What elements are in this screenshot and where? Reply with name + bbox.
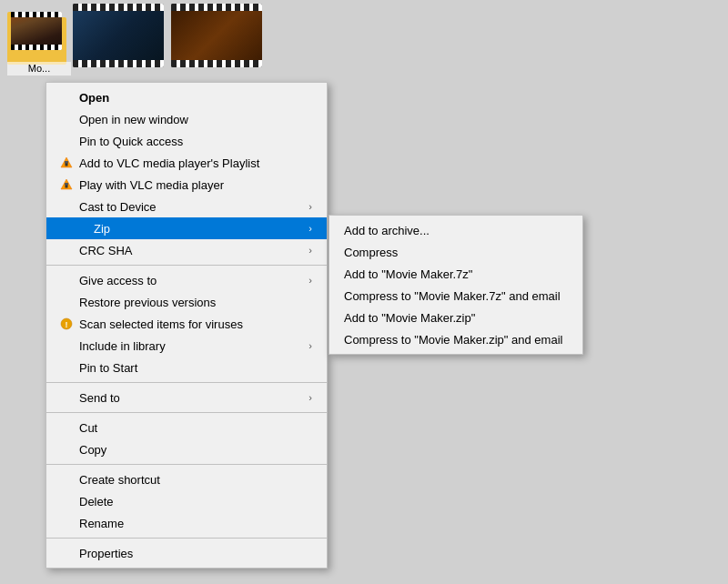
svg-rect-5	[65, 183, 68, 186]
menu-item-add-vlc-playlist-label: Add to VLC media player's Playlist	[76, 156, 312, 170]
submenu-item-compress-zip-email-label: Compress to "Movie Maker.zip" and email	[340, 333, 568, 347]
film-thumbnail-1	[73, 4, 164, 67]
menu-item-properties[interactable]: Properties	[46, 542, 327, 564]
crc-sha-arrow: ›	[308, 245, 312, 256]
menu-item-play-vlc-label: Play with VLC media player	[76, 178, 312, 192]
separator-4	[46, 464, 327, 465]
scan-icon: !	[57, 317, 76, 331]
vlc-icon-1	[57, 156, 76, 170]
folder-label: Mo...	[7, 62, 71, 76]
menu-item-send-to[interactable]: Send to ›	[46, 387, 327, 408]
menu-item-play-vlc[interactable]: Play with VLC media player	[46, 174, 327, 196]
menu-item-create-shortcut[interactable]: Create shortcut	[46, 468, 327, 490]
submenu-item-compress-7z-email[interactable]: Compress to "Movie Maker.7z" and email	[329, 285, 582, 307]
film-thumb-content-1	[73, 11, 164, 60]
menu-item-pin-start-label: Pin to Start	[76, 361, 312, 375]
svg-text:!: !	[66, 320, 68, 329]
menu-item-open-label: Open	[76, 91, 312, 105]
menu-item-pin-quick-access-label: Pin to Quick access	[76, 135, 312, 148]
menu-item-rename[interactable]: Rename	[46, 512, 327, 534]
menu-item-zip-label: Zip	[76, 222, 308, 236]
menu-item-copy-label: Copy	[76, 443, 312, 457]
menu-item-include-library-label: Include in library	[76, 339, 308, 353]
submenu-item-add-7z[interactable]: Add to "Movie Maker.7z"	[329, 263, 582, 285]
film-thumbnails-area	[73, 4, 262, 67]
menu-item-crc-sha[interactable]: CRC SHA ›	[46, 239, 327, 261]
menu-item-cut-label: Cut	[76, 421, 312, 435]
svg-rect-1	[66, 163, 68, 166]
menu-item-open[interactable]: Open	[46, 86, 327, 108]
separator-5	[46, 538, 327, 539]
menu-item-add-vlc-playlist[interactable]: Add to VLC media player's Playlist	[46, 152, 327, 174]
menu-item-open-new-window-label: Open in new window	[76, 113, 312, 126]
cast-device-arrow: ›	[308, 201, 312, 212]
submenu-item-compress[interactable]: Compress	[329, 241, 582, 263]
menu-item-scan-viruses[interactable]: ! Scan selected items for viruses	[46, 313, 327, 335]
menu-item-give-access-label: Give access to	[76, 274, 308, 287]
vlc-icon-2	[57, 177, 76, 192]
separator-3	[46, 412, 327, 413]
film-thumb-content-2	[171, 11, 262, 60]
submenu-item-compress-zip-email[interactable]: Compress to "Movie Maker.zip" and email	[329, 328, 582, 350]
separator-1	[46, 265, 327, 266]
context-menu: Open Open in new window Pin to Quick acc…	[46, 82, 328, 569]
menu-item-delete-label: Delete	[76, 495, 312, 508]
folder-thumbnail	[11, 12, 62, 50]
submenu-item-compress-7z-email-label: Compress to "Movie Maker.7z" and email	[340, 289, 568, 303]
desktop-icons-area: Mo...	[7, 7, 76, 76]
submenu-item-add-archive[interactable]: Add to archive...	[329, 219, 582, 241]
submenu-item-add-zip-label: Add to "Movie Maker.zip"	[340, 311, 568, 325]
folder-icon-movies[interactable]: Mo...	[7, 7, 76, 76]
menu-item-rename-label: Rename	[76, 517, 312, 530]
menu-item-copy[interactable]: Copy	[46, 438, 327, 460]
menu-item-create-shortcut-label: Create shortcut	[76, 473, 312, 487]
menu-item-restore-prev-label: Restore previous versions	[76, 296, 312, 309]
film-thumbnail-2	[171, 4, 262, 67]
svg-rect-2	[65, 161, 68, 164]
zip-arrow: ›	[308, 223, 312, 234]
submenu-item-add-archive-label: Add to archive...	[340, 224, 568, 237]
folder-shape	[7, 17, 66, 65]
menu-item-give-access[interactable]: Give access to ›	[46, 269, 327, 291]
film-strip-top	[11, 12, 62, 17]
menu-item-restore-prev[interactable]: Restore previous versions	[46, 291, 327, 313]
menu-item-include-library[interactable]: Include in library ›	[46, 335, 327, 357]
submenu-item-add-zip[interactable]: Add to "Movie Maker.zip"	[329, 307, 582, 328]
zip-submenu: Add to archive... Compress Add to "Movie…	[329, 215, 583, 355]
menu-item-zip[interactable]: Zip ›	[46, 217, 327, 239]
submenu-item-compress-label: Compress	[340, 246, 568, 259]
menu-item-cast-device[interactable]: Cast to Device ›	[46, 196, 327, 217]
film-strip-bottom	[11, 45, 62, 50]
menu-item-pin-start[interactable]: Pin to Start	[46, 357, 327, 378]
menu-item-crc-sha-label: CRC SHA	[76, 244, 308, 257]
menu-item-properties-label: Properties	[76, 547, 312, 560]
menu-item-send-to-label: Send to	[76, 391, 308, 405]
separator-2	[46, 382, 327, 383]
menu-item-scan-viruses-label: Scan selected items for viruses	[76, 317, 312, 331]
menu-item-delete[interactable]: Delete	[46, 490, 327, 512]
submenu-item-add-7z-label: Add to "Movie Maker.7z"	[340, 267, 568, 281]
svg-rect-4	[66, 185, 68, 188]
menu-item-pin-quick-access[interactable]: Pin to Quick access	[46, 130, 327, 152]
menu-item-open-new-window[interactable]: Open in new window	[46, 108, 327, 130]
menu-item-cut[interactable]: Cut	[46, 417, 327, 438]
menu-item-cast-device-label: Cast to Device	[76, 200, 308, 214]
include-library-arrow: ›	[308, 340, 312, 351]
desktop: Mo... Open Open in new window Pin to Qui…	[0, 0, 728, 584]
give-access-arrow: ›	[308, 275, 312, 286]
send-to-arrow: ›	[308, 392, 312, 403]
